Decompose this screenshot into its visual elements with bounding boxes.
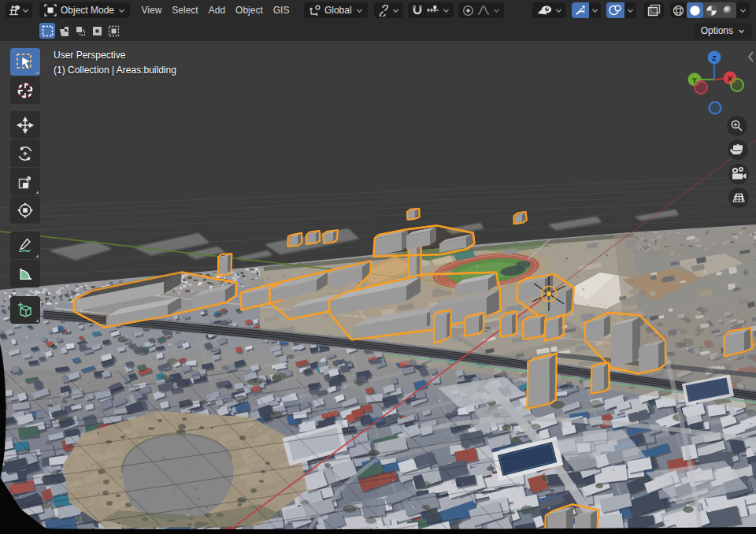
- svg-text:Z: Z: [712, 54, 717, 62]
